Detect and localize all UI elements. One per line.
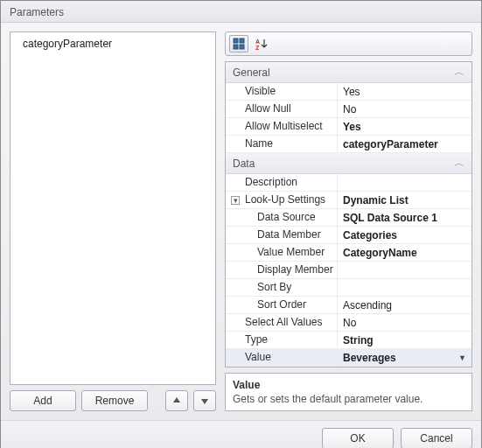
prop-value[interactable] [338,174,472,191]
svg-rect-0 [234,38,238,43]
alphabetical-icon: A Z [255,38,268,50]
prop-row-select-all-values[interactable]: Select All Values No [226,314,472,332]
prop-name: Value Member [226,244,338,261]
prop-value[interactable]: categoryParameter [338,136,472,152]
prop-value-text: Beverages [343,352,396,364]
prop-value[interactable]: No [338,101,472,117]
prop-name: Look-Up Settings [226,192,338,208]
prop-row-sort-by[interactable]: Sort By [226,279,472,297]
right-panel: A Z General ︿ Visible Yes [225,32,472,411]
prop-name: Name [226,136,338,152]
prop-row-allow-multiselect[interactable]: Allow Multiselect Yes [226,118,472,136]
dropdown-icon[interactable]: ▼ [458,354,466,362]
remove-button[interactable]: Remove [81,390,148,411]
prop-value[interactable]: SQL Data Source 1 [338,209,472,226]
arrow-down-icon [200,396,209,405]
prop-name: Sort By [226,279,338,296]
svg-rect-2 [234,45,238,49]
prop-row-description[interactable]: Description [226,174,472,192]
description-pane: Value Gets or sets the default parameter… [225,373,472,411]
prop-name: Data Source [226,209,338,226]
prop-row-name[interactable]: Name categoryParameter [226,136,472,153]
add-button[interactable]: Add [10,390,76,411]
prop-value[interactable]: No [338,314,472,331]
collapse-icon: ︿ [454,65,465,80]
list-item[interactable]: categoryParameter [10,36,215,52]
prop-row-sort-order[interactable]: Sort Order Ascending [226,297,472,314]
prop-row-lookup-settings[interactable]: ▾ Look-Up Settings Dynamic List [226,192,472,209]
prop-value[interactable]: Dynamic List [338,192,472,208]
svg-rect-3 [240,45,244,49]
prop-value[interactable]: Categories [338,227,472,243]
category-label: General [233,66,270,79]
prop-row-allow-null[interactable]: Allow Null No [226,101,472,118]
prop-name: Display Member [226,262,338,278]
svg-rect-1 [240,38,244,43]
expand-toggle[interactable]: ▾ [231,196,240,205]
prop-value[interactable]: Beverages ▼ [338,349,472,366]
description-text: Gets or sets the default parameter value… [233,393,465,405]
alphabetical-button[interactable]: A Z [252,35,271,52]
prop-name: Visible [226,83,338,100]
main-area: categoryParameter Add Remove [10,32,472,411]
property-grid[interactable]: General ︿ Visible Yes Allow Null No Allo… [225,61,472,368]
prop-row-data-member[interactable]: Data Member Categories [226,227,472,244]
left-panel: categoryParameter Add Remove [10,32,216,411]
prop-value[interactable]: Yes [338,83,472,100]
description-title: Value [233,379,465,391]
dialog-title: Parameters [1,1,481,23]
ok-button[interactable]: OK [322,428,394,448]
prop-name: Allow Null [226,101,338,117]
prop-row-visible[interactable]: Visible Yes [226,83,472,101]
prop-row-value[interactable]: Value Beverages ▼ [226,349,472,367]
prop-name: Select All Values [226,314,338,331]
prop-name: Type [226,332,338,348]
list-buttons: Add Remove [10,390,216,411]
cancel-button[interactable]: Cancel [401,428,472,448]
svg-text:A: A [255,38,260,45]
parameters-dialog: Parameters categoryParameter Add Remove [0,0,482,448]
prop-row-value-member[interactable]: Value Member CategoryName [226,244,472,262]
svg-text:Z: Z [255,45,260,50]
prop-row-display-member[interactable]: Display Member [226,262,472,279]
category-general[interactable]: General ︿ [226,62,472,83]
prop-value[interactable]: String [338,332,472,348]
prop-value[interactable] [338,262,472,278]
prop-value[interactable] [338,279,472,296]
move-up-button[interactable] [165,390,188,411]
dialog-footer: OK Cancel [1,420,481,448]
propgrid-toolbar: A Z [225,32,472,56]
prop-row-type[interactable]: Type String [226,332,472,349]
prop-name: Allow Multiselect [226,118,338,135]
category-label: Data [233,158,255,170]
parameter-list[interactable]: categoryParameter [10,32,216,385]
categorized-button[interactable] [229,35,248,52]
arrow-up-icon [172,396,181,405]
prop-name: Description [226,174,338,191]
dialog-content: categoryParameter Add Remove [1,23,481,420]
prop-value[interactable]: Yes [338,118,472,135]
collapse-icon: ︿ [454,156,465,171]
prop-name: Value [226,349,338,366]
prop-name: Data Member [226,227,338,243]
move-down-button[interactable] [193,390,216,411]
prop-value[interactable]: CategoryName [338,244,472,261]
category-data[interactable]: Data ︿ [226,153,472,174]
prop-row-data-source[interactable]: Data Source SQL Data Source 1 [226,209,472,227]
prop-value[interactable]: Ascending [338,297,472,313]
categorized-icon [233,38,245,50]
prop-name: Sort Order [226,297,338,313]
